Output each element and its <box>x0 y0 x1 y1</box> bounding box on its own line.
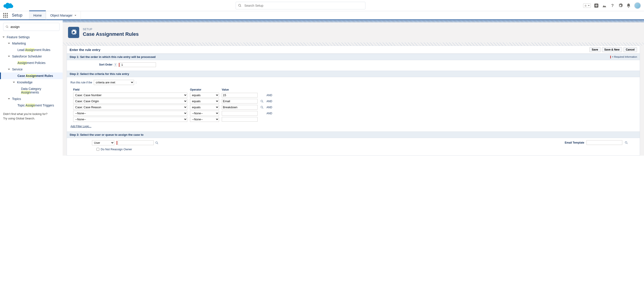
global-header: ? <box>0 0 644 11</box>
criteria-field-select[interactable]: Case: Case Origin <box>73 99 187 104</box>
tree-item-case-assignment-rules[interactable]: Case Assignment Rules <box>0 72 63 79</box>
tab-home[interactable]: Home <box>29 10 46 19</box>
save-and-new-button[interactable]: Save & New <box>602 47 622 52</box>
criteria-table: Field Operator Value Case: Case Numbereq… <box>72 87 274 122</box>
criteria-operator-select[interactable]: equals <box>190 99 219 104</box>
tree-label: Marketing <box>12 42 26 45</box>
step1-header: Step 1: Set the order in which this rule… <box>67 54 640 60</box>
run-rule-select[interactable]: criteria are met <box>94 80 134 85</box>
tree-section-salesforce-scheduler[interactable]: Salesforce Scheduler <box>0 53 63 59</box>
tree-label: Feature Settings <box>7 35 30 39</box>
tree-item-assignment-policies[interactable]: Assignment Policies <box>0 59 63 66</box>
criteria-operator-select[interactable]: --None-- <box>190 111 219 116</box>
criteria-operator-select[interactable]: --None-- <box>190 117 219 122</box>
chevron-down-icon <box>12 81 15 84</box>
criteria-value-input[interactable] <box>222 93 258 97</box>
user-avatar[interactable] <box>634 2 641 9</box>
step2-header: Step 2: Select the criteria for this rul… <box>67 71 640 77</box>
tree-section-service[interactable]: Service <box>0 66 63 72</box>
and-text: AND <box>265 110 274 116</box>
lookup-icon[interactable] <box>624 141 628 144</box>
required-indicator <box>119 63 120 67</box>
favorites-button[interactable] <box>583 3 591 8</box>
help-icon[interactable]: ? <box>610 3 615 8</box>
criteria-value-input[interactable] <box>222 117 258 122</box>
criteria-field-select[interactable]: --None-- <box>73 111 187 116</box>
run-rule-row: Run this rule if the criteria are met : <box>70 80 637 85</box>
gear-icon <box>68 27 79 38</box>
required-information-note: = Required Information <box>610 55 637 58</box>
search-icon <box>6 25 9 28</box>
cancel-button[interactable]: Cancel <box>624 47 637 52</box>
add-button[interactable] <box>594 3 599 8</box>
tree-section-topics[interactable]: Topics <box>0 96 63 102</box>
header-actions: ? <box>583 2 641 9</box>
lookup-icon[interactable] <box>260 99 264 103</box>
chevron-down-icon <box>8 97 10 100</box>
chevron-down-icon <box>74 14 76 16</box>
global-search-input[interactable] <box>244 4 363 7</box>
tree-item-topic-assignment-triggers[interactable]: Topic Assignment Triggers <box>0 102 63 109</box>
tree-item-data-category-assignments[interactable]: Data Category Assignments <box>0 85 63 96</box>
and-text: AND <box>265 104 274 110</box>
info-icon[interactable]: i <box>114 63 117 66</box>
salesforce-logo <box>3 2 14 9</box>
step3-header: Step 3: Select the user or queue to assi… <box>67 131 640 138</box>
col-field: Field <box>72 87 189 92</box>
add-filter-logic-link[interactable]: Add Filter Logic... <box>70 125 91 128</box>
criteria-row: Case: Case ReasonequalsAND <box>72 104 274 110</box>
svg-point-5 <box>625 141 627 143</box>
tree-label: Topics <box>12 97 21 101</box>
quick-find-input[interactable] <box>10 25 57 29</box>
criteria-value-input[interactable] <box>222 111 258 116</box>
trailhead-icon[interactable] <box>602 3 607 8</box>
email-template-input[interactable] <box>586 140 622 145</box>
page-title: Case Assignment Rules <box>83 31 139 37</box>
tab-label: Home <box>33 14 42 17</box>
email-template-label: Email Template <box>565 141 584 144</box>
criteria-field-select[interactable]: Case: Case Number <box>73 93 187 98</box>
settings-gear-icon[interactable] <box>618 3 623 8</box>
tree-section-knowledge[interactable]: Knowledge <box>0 79 63 85</box>
assign-type-select[interactable]: User <box>92 140 114 145</box>
assign-user-input[interactable] <box>118 140 154 145</box>
criteria-value-input[interactable] <box>222 105 258 110</box>
page-header: SETUP Case Assignment Rules <box>63 22 644 42</box>
lookup-icon[interactable] <box>260 106 264 109</box>
criteria-field-select[interactable]: --None-- <box>73 117 187 122</box>
global-search[interactable] <box>236 2 366 9</box>
svg-point-4 <box>156 142 158 143</box>
criteria-operator-select[interactable]: equals <box>190 105 219 110</box>
do-not-reassign-label: Do Not Reassign Owner <box>101 148 132 151</box>
and-text <box>265 116 274 122</box>
search-icon <box>238 4 242 7</box>
svg-point-3 <box>261 106 263 108</box>
tree-item-lead-assignment-rules[interactable]: Lead Assignment Rules <box>0 46 63 53</box>
save-button[interactable]: Save <box>590 47 600 52</box>
criteria-row: Case: Case OriginequalsAND <box>72 98 274 104</box>
lookup-icon[interactable] <box>155 141 159 145</box>
criteria-field-select[interactable]: Case: Case Reason <box>73 105 187 110</box>
criteria-value-input[interactable] <box>222 99 258 103</box>
quick-find[interactable] <box>3 23 60 31</box>
criteria-row: Case: Case NumberequalsAND <box>72 92 274 98</box>
sort-order-input[interactable] <box>120 62 156 67</box>
tab-object-manager[interactable]: Object Manager <box>46 11 81 20</box>
chevron-down-icon <box>8 55 10 58</box>
criteria-row: --None----None-- <box>72 116 274 122</box>
content-area: SETUP Case Assignment Rules Enter the ru… <box>63 20 644 156</box>
svg-point-2 <box>261 100 263 102</box>
tree-section-marketing[interactable]: Marketing <box>0 40 63 46</box>
form-title: Enter the rule entry <box>70 48 588 52</box>
tree-section-feature-settings[interactable]: Feature Settings <box>0 34 63 40</box>
criteria-row: --None----None--AND <box>72 110 274 116</box>
criteria-operator-select[interactable]: equals <box>190 93 219 98</box>
notifications-bell-icon[interactable] <box>626 3 631 8</box>
app-launcher-button[interactable] <box>3 13 8 18</box>
col-value: Value <box>220 87 259 92</box>
svg-text:?: ? <box>611 3 614 8</box>
col-operator: Operator <box>189 87 220 92</box>
chevron-down-icon <box>588 4 590 7</box>
do-not-reassign-checkbox[interactable] <box>96 148 99 151</box>
breadcrumb: SETUP <box>83 28 139 31</box>
